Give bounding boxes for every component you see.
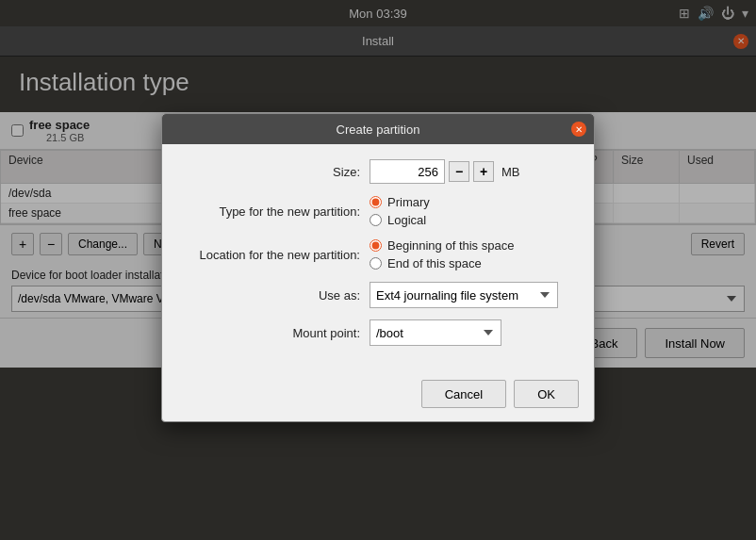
location-beginning-label: Beginning of this space xyxy=(387,238,514,253)
size-unit: MB xyxy=(501,165,520,179)
location-beginning-option[interactable]: Beginning of this space xyxy=(370,238,514,253)
size-input[interactable] xyxy=(370,159,445,184)
dialog-close-button[interactable]: ✕ xyxy=(571,122,586,137)
location-end-radio[interactable] xyxy=(370,257,382,270)
type-primary-option[interactable]: Primary xyxy=(370,195,430,209)
type-primary-radio[interactable] xyxy=(370,196,382,208)
size-label: Size: xyxy=(181,165,360,179)
dialog-title: Create partition xyxy=(337,123,420,137)
size-row: Size: − + MB xyxy=(181,159,575,184)
location-radio-group: Beginning of this space End of this spac… xyxy=(370,238,514,270)
mount-point-row: Mount point: /boot / /home /tmp /usr /va… xyxy=(181,319,575,346)
type-logical-label: Logical xyxy=(387,213,426,227)
mount-point-label: Mount point: xyxy=(181,326,360,340)
mount-point-select[interactable]: /boot / /home /tmp /usr /var xyxy=(370,319,501,346)
use-as-select[interactable]: Ext4 journaling file system Ext3 journal… xyxy=(370,282,558,308)
use-as-row: Use as: Ext4 journaling file system Ext3… xyxy=(181,282,575,308)
location-label: Location for the new partition: xyxy=(181,248,360,262)
location-row: Location for the new partition: Beginnin… xyxy=(181,238,575,270)
type-logical-radio[interactable] xyxy=(370,214,382,226)
type-logical-option[interactable]: Logical xyxy=(370,213,430,227)
increase-size-button[interactable]: + xyxy=(473,161,494,182)
type-radio-group: Primary Logical xyxy=(370,195,430,227)
ok-button[interactable]: OK xyxy=(514,380,579,408)
dialog-body: Size: − + MB Type for the new partition:… xyxy=(162,144,594,372)
use-as-control: Ext4 journaling file system Ext3 journal… xyxy=(370,282,558,308)
location-end-label: End of this space xyxy=(387,256,482,270)
mount-point-control: /boot / /home /tmp /usr /var xyxy=(370,319,501,346)
cancel-button[interactable]: Cancel xyxy=(421,380,506,408)
dialog-overlay: Create partition ✕ Size: − + MB Type for… xyxy=(0,0,756,540)
type-label: Type for the new partition: xyxy=(181,205,360,219)
type-row: Type for the new partition: Primary Logi… xyxy=(181,195,575,227)
create-partition-dialog: Create partition ✕ Size: − + MB Type for… xyxy=(161,113,595,422)
size-control: − + MB xyxy=(370,159,520,184)
decrease-size-button[interactable]: − xyxy=(449,161,469,182)
dialog-titlebar: Create partition ✕ xyxy=(162,114,594,144)
dialog-footer: Cancel OK xyxy=(162,372,594,421)
location-beginning-radio[interactable] xyxy=(370,239,382,252)
use-as-label: Use as: xyxy=(181,288,360,303)
type-primary-label: Primary xyxy=(387,195,430,209)
location-end-option[interactable]: End of this space xyxy=(370,256,514,270)
